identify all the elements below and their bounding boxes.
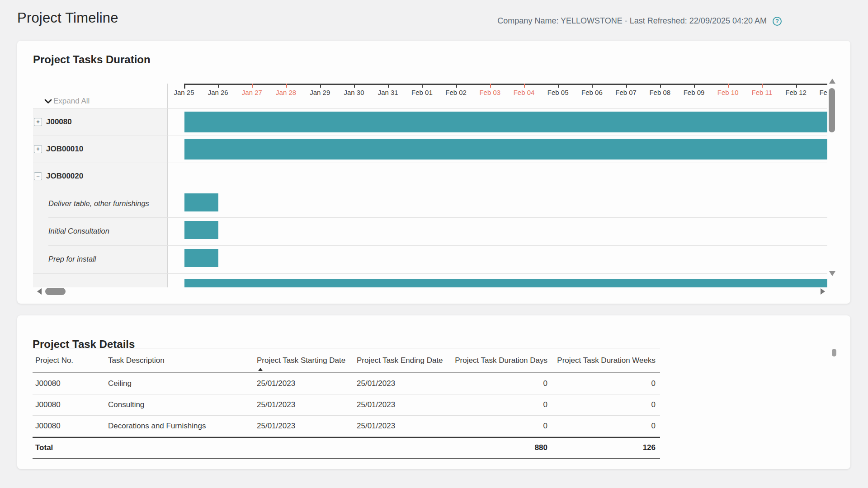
table-cell: 0 (448, 379, 547, 388)
axis-day-label: Feb 03 (473, 89, 507, 96)
expand-all-label: Expand All (53, 97, 90, 106)
axis-tick (626, 84, 627, 88)
details-card: Project Task Details Project No.Task Des… (17, 315, 850, 469)
axis-day-label: Feb 12 (779, 89, 813, 96)
axis-day-label: Feb 02 (439, 89, 473, 96)
chevron-down-icon (44, 99, 53, 104)
axis-tick (422, 84, 423, 88)
axis-tick (524, 84, 525, 88)
axis-day-label: Feb 11 (745, 89, 778, 96)
axis-tick (660, 84, 661, 88)
axis-tick (694, 84, 695, 88)
row-separator (33, 190, 827, 190)
axis-tick (252, 84, 253, 88)
table-cell: J00080 (35, 379, 108, 388)
gantt-bar[interactable] (184, 139, 827, 160)
gantt-bar[interactable] (184, 221, 218, 239)
axis-line (184, 84, 827, 85)
table-row[interactable]: J00080Ceiling25/01/202325/01/202300 (33, 373, 660, 394)
gantt-bar[interactable] (184, 193, 218, 211)
table-cell: Ceiling (108, 379, 257, 388)
row-separator (48, 217, 827, 218)
table-row[interactable]: J00080Decorations and Furnishings25/01/2… (33, 416, 660, 437)
scroll-down-button[interactable] (829, 271, 835, 276)
scroll-left-button[interactable] (37, 288, 42, 295)
total-label: Total (35, 443, 108, 452)
table-cell: Decorations and Furnishings (108, 422, 257, 431)
expand-all-button[interactable]: Expand All (44, 97, 90, 106)
collapse-button[interactable]: − (34, 172, 42, 180)
axis-day-label: Jan 29 (303, 89, 337, 96)
gantt-row-label: Prep for install (48, 254, 96, 263)
table-header-cell[interactable]: Project No. (35, 356, 108, 365)
table-cell: 25/01/2023 (357, 379, 448, 388)
axis-day-label: Jan 25 (167, 89, 201, 96)
table-cell: 0 (448, 422, 547, 431)
axis-day-label: Feb 06 (575, 89, 609, 96)
axis-tick (592, 84, 593, 88)
vertical-scrollbar-thumb[interactable] (829, 88, 835, 132)
row-separator (33, 163, 827, 163)
table-cell: Consulting (108, 400, 257, 409)
expand-button[interactable]: + (34, 118, 42, 126)
axis-day-label: Feb 04 (507, 89, 541, 96)
table-cell: 25/01/2023 (257, 379, 357, 388)
scroll-up-button[interactable] (829, 79, 835, 84)
horizontal-scrollbar-thumb[interactable] (45, 288, 66, 295)
axis-tick (728, 84, 729, 88)
axis-day-label: Feb 01 (405, 89, 439, 96)
gantt-bar[interactable] (184, 249, 218, 267)
axis-day-label: Feb 07 (609, 89, 643, 96)
axis-day-label: Feb 08 (643, 89, 677, 96)
table-header-cell[interactable]: Project Task Ending Date (357, 356, 448, 365)
company-refresh-info: Company Name: YELLOWSTONE - Last Refresh… (497, 16, 767, 26)
header-info: Company Name: YELLOWSTONE - Last Refresh… (497, 16, 782, 26)
axis-tick (796, 84, 797, 88)
table-cell: J00080 (35, 400, 108, 409)
table-total-row: Total 880 126 (33, 437, 660, 459)
table-cell: 25/01/2023 (257, 422, 357, 431)
axis-day-label: Jan 30 (337, 89, 371, 96)
table-header-cell[interactable]: Project Task Duration Days (448, 356, 547, 365)
table-header-cell[interactable]: Project Task Starting Date (257, 356, 357, 365)
axis-day-label: Jan 26 (201, 89, 235, 96)
table-cell: 0 (448, 400, 547, 409)
gantt-bar[interactable] (184, 279, 827, 287)
minus-icon: − (36, 173, 40, 179)
scroll-right-button[interactable] (821, 288, 825, 295)
axis-tick (286, 84, 287, 88)
gantt-card-title: Project Tasks Duration (33, 53, 151, 66)
axis-day-label: Jan 31 (371, 89, 405, 96)
gantt-bar[interactable] (184, 112, 827, 132)
table-cell: 25/01/2023 (357, 422, 448, 431)
axis-day-label: Feb 05 (541, 89, 575, 96)
row-separator (33, 108, 827, 109)
table-row[interactable]: J00080Consulting25/01/202325/01/202300 (33, 394, 660, 416)
plus-icon: + (36, 145, 40, 152)
axis-tick (456, 84, 457, 88)
table-header-cell[interactable]: Task Description (108, 356, 257, 365)
total-duration-weeks: 126 (547, 443, 656, 452)
table-cell: J00080 (35, 422, 108, 431)
axis-tick (388, 84, 389, 88)
row-separator (33, 273, 827, 274)
gantt-rows: +J00080+JOB00010−JOB00020Deliver table, … (33, 108, 827, 287)
table-scrollbar-thumb[interactable] (832, 349, 836, 357)
sort-ascending-icon (258, 368, 263, 371)
gantt-row-label: Initial Consultation (48, 226, 109, 235)
plus-icon: + (36, 118, 40, 125)
axis-day-label: Jan 27 (235, 89, 269, 96)
axis-day-label: Feb 10 (711, 89, 745, 96)
row-separator (33, 136, 827, 136)
gantt-row-label: JOB00020 (46, 172, 83, 181)
expand-button[interactable]: + (34, 145, 42, 153)
axis-day-label: Jan 28 (269, 89, 303, 96)
axis-tick (558, 84, 559, 88)
help-circle-icon[interactable]: ? (773, 17, 782, 26)
axis-tick (490, 84, 491, 88)
table-header-cell[interactable]: Project Task Duration Weeks (547, 356, 656, 365)
total-duration-days: 880 (448, 443, 547, 452)
axis-tick (762, 84, 763, 88)
axis-day-label: Feb 09 (677, 89, 711, 96)
axis-tick (218, 84, 219, 88)
